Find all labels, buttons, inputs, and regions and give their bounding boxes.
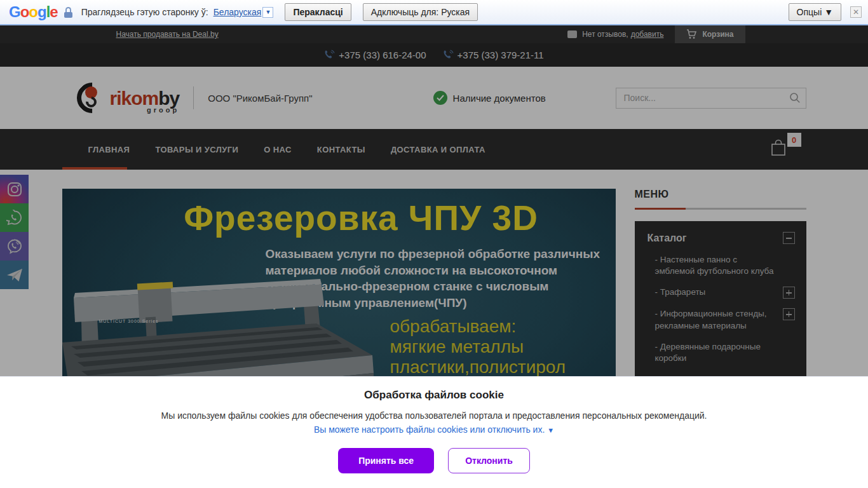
decline-cookies-button[interactable]: Отклонить xyxy=(448,448,530,473)
cookie-dialog-title: Обработка файлов cookie xyxy=(0,389,868,402)
language-link[interactable]: Беларуская xyxy=(214,7,262,17)
google-translate-bar: Google Праглядзець гэтую старонку ў: Бел… xyxy=(0,0,868,25)
google-logo: Google xyxy=(9,3,58,21)
cookie-dialog: Обработка файлов cookie Мы используем фа… xyxy=(0,376,868,488)
page: Начать продавать на Deal.by Нет отзывов,… xyxy=(0,0,868,488)
cookie-dialog-body: Мы используем файлы cookies для обеспече… xyxy=(0,410,868,421)
language-dropdown-icon[interactable]: ▼ xyxy=(262,7,273,18)
translate-prompt: Праглядзець гэтую старонку ў: xyxy=(81,7,208,17)
translate-button[interactable]: Перакласці xyxy=(285,3,351,21)
options-button[interactable]: Опцыі ▼ xyxy=(789,3,841,21)
cookie-settings-link[interactable]: Вы можете настроить файлы cookies или от… xyxy=(314,424,554,435)
accept-cookies-button[interactable]: Принять все xyxy=(338,448,434,473)
close-icon[interactable]: ✕ xyxy=(850,6,862,18)
lock-icon xyxy=(64,7,72,18)
chevron-down-icon: ▼ xyxy=(547,426,554,434)
disable-translate-button[interactable]: Адключыць для: Руская xyxy=(363,3,478,21)
